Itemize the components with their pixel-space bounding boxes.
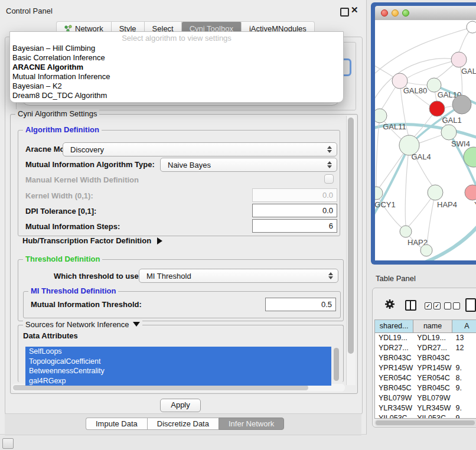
apply-button[interactable]: Apply xyxy=(160,399,201,412)
table-cell: YDL19... xyxy=(375,333,413,343)
table-cell: YBR043C xyxy=(375,353,413,363)
table-cell: YDR27... xyxy=(413,343,452,353)
list-item-topologicalcoefficient[interactable]: TopologicalCoefficient xyxy=(25,357,331,367)
control-panel-window: Control Panel ✕ NetworkStyleSelectCyni T… xyxy=(0,0,367,435)
dropdown-item-dream8-dc-tdc-algorithm[interactable]: Dream8 DC_TDC Algorithm xyxy=(10,91,343,100)
dropdown-item-mutual-information-inference[interactable]: Mutual Information Inference xyxy=(10,72,343,81)
manual-kernel-label: Manual Kernel Width Definition xyxy=(25,175,139,184)
settings-gear-icon[interactable] xyxy=(384,299,395,312)
settings-horizontal-scrollbar-thumb[interactable] xyxy=(13,385,308,390)
control-panel-title: Control Panel xyxy=(6,6,53,15)
dropdown-item-bayesian-k2[interactable]: Bayesian – K2 xyxy=(10,81,343,91)
network-canvas[interactable]: GALGAL80GAL10GAL1GAL11SWI4GAL4GCY1HAP4YH… xyxy=(375,20,476,260)
data-attributes-label: Data Attributes xyxy=(23,331,78,340)
dropdown-item-bayesian-hill-climbing[interactable]: Bayesian – Hill Climbing xyxy=(10,44,343,53)
network-node-y[interactable] xyxy=(465,185,476,200)
aracne-mode-combo[interactable]: Discovery xyxy=(63,142,337,156)
close-traffic-light-icon[interactable] xyxy=(381,9,388,17)
bottom-tab-infer-network[interactable]: Infer Network xyxy=(219,418,284,430)
network-edge[interactable] xyxy=(407,60,459,78)
table-cell: YER054C xyxy=(413,373,452,383)
network-node-gcy1[interactable] xyxy=(375,187,383,200)
expand-right-icon[interactable] xyxy=(157,237,162,244)
network-edge[interactable] xyxy=(405,145,409,226)
which-threshold-combo[interactable]: MI Threshold xyxy=(139,269,338,283)
collapsed-panel-icon[interactable] xyxy=(2,438,14,449)
network-node-hap2[interactable] xyxy=(400,226,412,237)
list-item-betweennesscentrality[interactable]: BetweennessCentrality xyxy=(25,366,331,376)
mi-steps-input[interactable] xyxy=(252,219,337,233)
table-row[interactable]: YER054CYER054C8. xyxy=(375,373,476,383)
table-row[interactable]: YDL19...YDL19...13 xyxy=(375,333,476,343)
minimize-traffic-light-icon[interactable] xyxy=(392,9,399,17)
network-edge-highlighted[interactable] xyxy=(407,214,476,260)
network-edge-highlighted[interactable] xyxy=(375,145,409,222)
sources-group: Sources for Network Inference Data Attri… xyxy=(18,325,344,382)
network-node-swi4[interactable] xyxy=(441,125,457,140)
table-row[interactable]: YDR27...YDR27...12 xyxy=(375,343,476,353)
collapse-down-icon[interactable] xyxy=(133,322,140,327)
sources-group-title[interactable]: Sources for Network Inference xyxy=(23,320,142,329)
bottom-tab-discretize-data[interactable]: Discretize Data xyxy=(147,418,219,430)
data-attributes-list[interactable]: SelfLoopsTopologicalCoefficientBetweenne… xyxy=(25,347,331,386)
unchecked-box-icon xyxy=(453,302,460,309)
table-row[interactable]: YIL053CYIL053C9. xyxy=(375,413,476,419)
aracne-mode-value: Discovery xyxy=(63,145,325,154)
network-node-gal1[interactable] xyxy=(429,101,445,116)
table-horizontal-scrollbar[interactable] xyxy=(374,419,476,426)
zoom-traffic-light-icon[interactable] xyxy=(402,9,409,17)
select-all-checkboxes-icon[interactable]: ✓✓ xyxy=(425,302,441,309)
network-node[interactable] xyxy=(420,244,432,256)
list-item-gal4rgexp[interactable]: gal4RGexp xyxy=(25,376,331,386)
mi-threshold-input[interactable] xyxy=(265,298,336,311)
network-node-hap4[interactable] xyxy=(428,185,443,200)
dropdown-item-basic-correlation-inference[interactable]: Basic Correlation Inference xyxy=(10,53,343,63)
hub-tf-definition-label: Hub/Transcription Factor Definition xyxy=(22,236,151,245)
table-row[interactable]: YBR045CYBR045C9. xyxy=(375,383,476,393)
new-table-page-icon[interactable] xyxy=(465,298,476,312)
deselect-all-checkboxes-icon[interactable] xyxy=(444,302,460,309)
close-panel-icon[interactable]: ✕ xyxy=(351,5,358,15)
network-window-titlebar[interactable] xyxy=(375,6,476,21)
settings-vertical-scrollbar[interactable] xyxy=(346,116,356,385)
attributes-list-scrollbar-thumb[interactable] xyxy=(334,348,339,381)
unchecked-box-icon xyxy=(444,302,451,309)
network-node[interactable] xyxy=(452,95,471,114)
mi-type-combo[interactable]: Naive Bayes xyxy=(160,158,337,172)
column-header-name[interactable]: name xyxy=(413,320,452,332)
list-item-selfloops[interactable]: SelfLoops xyxy=(25,347,331,357)
table-cell xyxy=(452,393,476,403)
table-row[interactable]: YBL079WYBL079W xyxy=(375,393,476,403)
table-cell: YIL053C xyxy=(413,413,452,419)
hub-tf-definition-toggle[interactable]: Hub/Transcription Factor Definition xyxy=(22,236,162,245)
mi-threshold-label: Mutual Information Threshold: xyxy=(31,300,142,309)
table-cell: 9. xyxy=(452,403,476,413)
dropdown-item-aracne-algorithm[interactable]: ARACNE Algorithm xyxy=(10,63,343,72)
table-cell: YDR27... xyxy=(375,343,413,353)
column-layout-icon[interactable] xyxy=(405,300,416,311)
mi-threshold-definition-group: MI Threshold Definition Mutual Informati… xyxy=(23,291,341,318)
node-attribute-table[interactable]: shared...nameAYDL19...YDL19...13YDR27...… xyxy=(374,319,476,419)
kernel-width-label: Kernel Width (0,1): xyxy=(25,191,93,200)
node-label: SWI4 xyxy=(451,139,470,148)
network-graph[interactable]: GALGAL80GAL10GAL1GAL11SWI4GAL4GCY1HAP4YH… xyxy=(375,20,476,260)
network-node-gal[interactable] xyxy=(451,52,467,67)
kernel-width-input[interactable] xyxy=(252,188,337,202)
algorithm-dropdown-popup: Select algorithm to view settings Bayesi… xyxy=(9,31,344,103)
network-node-gal11[interactable] xyxy=(375,109,387,123)
float-panel-icon[interactable] xyxy=(340,8,349,17)
table-row[interactable]: YPR145WYPR145W9. xyxy=(375,363,476,373)
table-cell: 12 xyxy=(452,343,476,353)
settings-vertical-scrollbar-thumb[interactable] xyxy=(348,118,354,354)
bottom-tab-impute-data[interactable]: Impute Data xyxy=(86,418,147,430)
table-cell: 9. xyxy=(452,363,476,373)
table-row[interactable]: YBR043CYBR043C xyxy=(375,353,476,363)
column-header-shared[interactable]: shared... xyxy=(375,320,413,332)
table-row[interactable]: YLR345WYLR345W9. xyxy=(375,403,476,413)
column-header-a[interactable]: A xyxy=(452,320,476,332)
network-node[interactable] xyxy=(467,21,476,33)
table-horizontal-scrollbar-thumb[interactable] xyxy=(376,420,475,425)
dpi-tolerance-input[interactable] xyxy=(252,204,337,217)
manual-kernel-checkbox[interactable] xyxy=(324,174,334,184)
dpi-tolerance-label: DPI Tolerance [0,1]: xyxy=(25,207,96,216)
